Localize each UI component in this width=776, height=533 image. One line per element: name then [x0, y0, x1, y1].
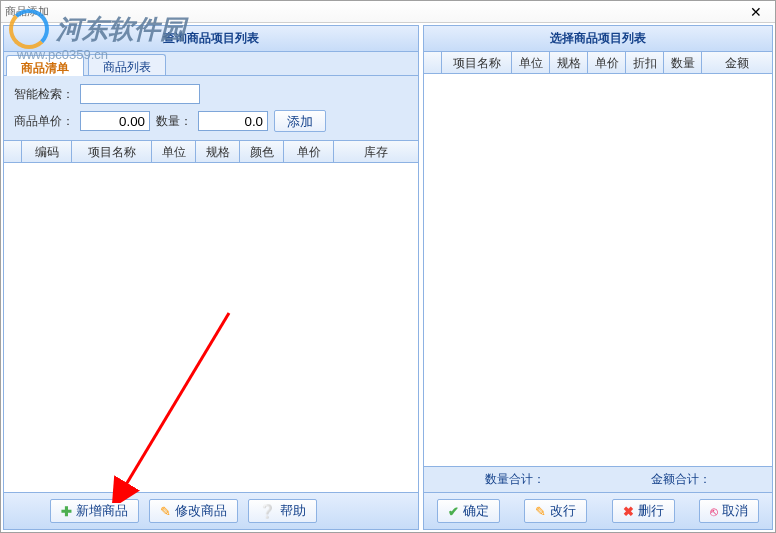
new-product-label: 新增商品	[76, 502, 128, 520]
tabs: 商品清单 商品列表	[4, 52, 418, 76]
th-amount-r[interactable]: 金额	[702, 52, 772, 73]
left-table-header: 编码 项目名称 单位 规格 颜色 单价 库存	[4, 141, 418, 163]
help-button[interactable]: ❔ 帮助	[248, 499, 317, 523]
delete-icon: ✖	[623, 504, 634, 519]
edit-icon: ✎	[160, 504, 171, 519]
amount-total-label: 金额合计：	[598, 471, 764, 488]
tab-goods-list[interactable]: 商品列表	[88, 54, 166, 75]
left-panel-header: 查询商品项目列表	[4, 26, 418, 52]
th-spec[interactable]: 规格	[196, 141, 240, 162]
th-color[interactable]: 颜色	[240, 141, 284, 162]
th-unit-r[interactable]: 单位	[512, 52, 550, 73]
check-icon: ✔	[448, 504, 459, 519]
left-panel: 查询商品项目列表 商品清单 商品列表 智能检索： 商品单价： 数量： 添加	[3, 25, 419, 530]
help-label: 帮助	[280, 502, 306, 520]
delete-row-button[interactable]: ✖ 删行	[612, 499, 675, 523]
right-panel-header: 选择商品项目列表	[424, 26, 772, 52]
add-button[interactable]: 添加	[274, 110, 326, 132]
smart-search-input[interactable]	[80, 84, 200, 104]
window-title: 商品添加	[5, 4, 49, 19]
search-area: 智能检索： 商品单价： 数量： 添加	[4, 76, 418, 141]
qty-label: 数量：	[156, 113, 192, 130]
pencil-icon: ✎	[535, 504, 546, 519]
smart-search-label: 智能检索：	[14, 86, 74, 103]
modify-label: 改行	[550, 502, 576, 520]
right-table-header: 项目名称 单位 规格 单价 折扣 数量 金额	[424, 52, 772, 74]
ok-button[interactable]: ✔ 确定	[437, 499, 500, 523]
th-stock[interactable]: 库存	[334, 141, 418, 162]
qty-input[interactable]	[198, 111, 268, 131]
tab-goods-bill[interactable]: 商品清单	[6, 55, 84, 76]
th-discount-r[interactable]: 折扣	[626, 52, 664, 73]
right-panel: 选择商品项目列表 项目名称 单位 规格 单价 折扣 数量 金额 数量合计： 金额…	[423, 25, 773, 530]
th-selector-r	[424, 52, 442, 73]
th-spec-r[interactable]: 规格	[550, 52, 588, 73]
right-footer: ✔ 确定 ✎ 改行 ✖ 删行 ⎋ 取消	[424, 492, 772, 529]
new-product-button[interactable]: ✚ 新增商品	[50, 499, 139, 523]
left-footer: ✚ 新增商品 ✎ 修改商品 ❔ 帮助	[4, 492, 418, 529]
th-price[interactable]: 单价	[284, 141, 334, 162]
help-icon: ❔	[259, 504, 276, 519]
totals-row: 数量合计： 金额合计：	[424, 466, 772, 492]
left-table-body[interactable]	[4, 163, 418, 492]
th-selector	[4, 141, 22, 162]
edit-product-button[interactable]: ✎ 修改商品	[149, 499, 238, 523]
th-code[interactable]: 编码	[22, 141, 72, 162]
cancel-label: 取消	[722, 502, 748, 520]
cancel-button[interactable]: ⎋ 取消	[699, 499, 759, 523]
titlebar: 商品添加 ✕	[1, 1, 775, 23]
ok-label: 确定	[463, 502, 489, 520]
modify-row-button[interactable]: ✎ 改行	[524, 499, 587, 523]
edit-product-label: 修改商品	[175, 502, 227, 520]
qty-total-label: 数量合计：	[432, 471, 598, 488]
delete-label: 删行	[638, 502, 664, 520]
plus-icon: ✚	[61, 504, 72, 519]
th-qty-r[interactable]: 数量	[664, 52, 702, 73]
th-name[interactable]: 项目名称	[72, 141, 152, 162]
close-button[interactable]: ✕	[741, 3, 771, 21]
price-label: 商品单价：	[14, 113, 74, 130]
th-unit[interactable]: 单位	[152, 141, 196, 162]
th-price-r[interactable]: 单价	[588, 52, 626, 73]
right-table-body[interactable]	[424, 74, 772, 466]
exit-icon: ⎋	[710, 504, 718, 519]
th-name-r[interactable]: 项目名称	[442, 52, 512, 73]
price-input[interactable]	[80, 111, 150, 131]
